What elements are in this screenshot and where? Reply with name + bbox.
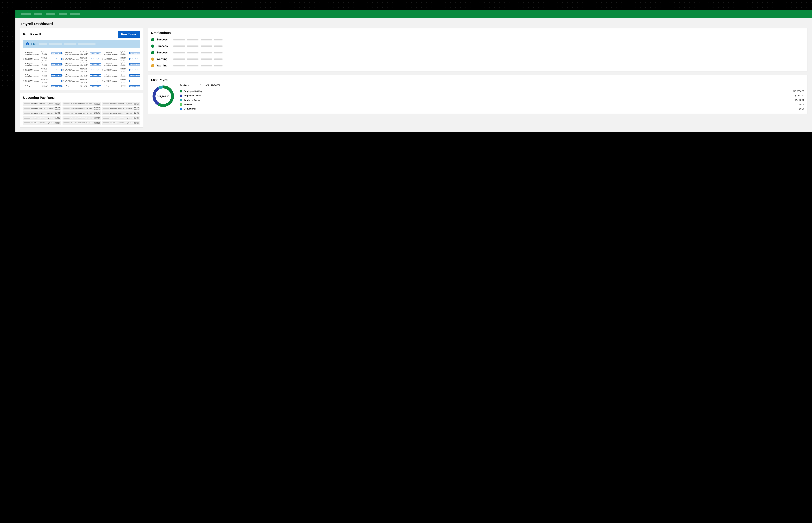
upcoming-row[interactable]: Check Date: 01/18/2022Pay Period:01/06/2… (62, 102, 101, 106)
checkbox[interactable] (23, 58, 24, 60)
pay-period-dates: 01/06/202201/12/2022 (134, 117, 139, 119)
continue-pay-run-button[interactable]: Continue Pay Run (129, 80, 140, 82)
stub (103, 108, 109, 109)
checkbox[interactable] (62, 69, 64, 71)
upcoming-row[interactable]: Check Date: 01/18/2022Pay Period:01/06/2… (23, 107, 61, 110)
last-payroll-legend: Pay Date: 12/11/2021 - 12/24/2021 Employ… (180, 84, 805, 111)
nav-item[interactable] (45, 13, 55, 15)
in-progress-row: In Progress:Check Date: 12/21/2021Pay Pe… (23, 51, 61, 56)
continue-pay-run-button[interactable]: Continue Pay Run (51, 52, 61, 54)
checkbox[interactable] (62, 80, 64, 82)
continue-pay-run-button[interactable]: Continue Pay Run (51, 58, 61, 60)
continue-pay-run-button[interactable]: Continue Pay Run (51, 74, 61, 76)
continue-pay-run-button[interactable]: Continue Pay Run (51, 64, 61, 66)
in-progress-row: In Progress:Check Date: 12/21/2021Pay Pe… (102, 68, 140, 72)
checkbox[interactable] (102, 75, 103, 76)
in-progress-row: In Progress:Check Date: 12/21/2021Pay Pe… (62, 56, 101, 61)
nav-item[interactable] (70, 13, 80, 15)
stub (201, 46, 212, 47)
checkbox[interactable] (23, 53, 24, 54)
pay-period-text: Pay Period: 12/01/2021 - 12/11/2021 (120, 84, 128, 87)
upcoming-row[interactable]: Check Date: 01/18/2022Pay Period:01/06/2… (102, 111, 140, 115)
pay-period-text: Pay Period: 12/01/2021 - 12/11/2021 (41, 79, 50, 83)
stub (173, 52, 185, 53)
continue-pay-run-button[interactable]: Continue Pay Run (129, 74, 140, 76)
notifications-list: Success:Success:Success:Warning:Warning: (151, 36, 805, 69)
checkbox[interactable] (62, 75, 64, 76)
checkbox[interactable] (102, 64, 103, 65)
continue-pay-run-button[interactable]: Continue Pay Run (51, 80, 61, 82)
notification-row[interactable]: Warning: (151, 62, 805, 69)
checkbox[interactable] (62, 86, 64, 87)
pay-period-text: Pay Period: 12/01/2021 - 12/11/2021 (80, 73, 89, 78)
checkbox[interactable] (23, 64, 24, 65)
nav-item[interactable] (21, 13, 31, 15)
notification-row[interactable]: Success: (151, 49, 805, 56)
checkbox[interactable] (23, 86, 24, 87)
upcoming-row[interactable]: Check Date: 01/18/2022Pay Period:01/06/2… (62, 107, 101, 110)
upcoming-row[interactable]: Check Date: 01/18/2022Pay Period:01/06/2… (62, 111, 101, 115)
upcoming-row[interactable]: Check Date: 01/18/2022Pay Period:01/06/2… (62, 116, 101, 120)
continue-pay-run-button[interactable]: Continue Pay Run (90, 80, 101, 82)
success-icon (151, 44, 154, 48)
stub (63, 122, 70, 123)
stub (214, 46, 222, 47)
checkbox[interactable] (62, 58, 64, 60)
checkbox[interactable] (102, 80, 103, 82)
nav-item[interactable] (59, 13, 67, 15)
continue-pay-run-button[interactable]: Continue Pay Run (90, 74, 101, 76)
upcoming-row[interactable]: Check Date: 01/18/2022Pay Period:01/06/2… (23, 121, 61, 125)
checkbox[interactable] (62, 53, 64, 54)
checkbox[interactable] (23, 75, 24, 76)
nav-item[interactable] (34, 13, 42, 15)
success-icon (151, 38, 154, 41)
continue-pay-run-button[interactable]: Continue Pay Run (90, 58, 101, 60)
upcoming-row[interactable]: Check Date: 01/18/2022Pay Period:01/06/2… (102, 116, 140, 120)
stub (214, 58, 222, 60)
stub (201, 39, 212, 40)
upcoming-row[interactable]: Check Date: 01/18/2022Pay Period:01/06/2… (62, 121, 101, 125)
pay-period-label: Pay Period: (86, 122, 93, 124)
upcoming-row[interactable]: Check Date: 01/18/2022Pay Period:01/06/2… (102, 121, 140, 125)
continue-pay-run-button[interactable]: Continue Pay Run (51, 69, 61, 71)
check-date: Check Date: 01/18/2022 (71, 103, 85, 105)
continue-pay-run-button[interactable]: Continue Pay Run (129, 52, 140, 54)
checkbox[interactable] (23, 69, 24, 71)
run-payroll-header: Run Payroll Run Payroll (23, 31, 140, 38)
upcoming-row[interactable]: Check Date: 01/18/2022Pay Period:01/06/2… (23, 102, 61, 106)
pay-date-value: 12/11/2021 - 12/24/2021 (199, 84, 222, 87)
notification-label: Warning: (156, 57, 171, 61)
run-payroll-button[interactable]: Run Payroll (118, 31, 140, 38)
upcoming-row[interactable]: Check Date: 01/18/2022Pay Period:01/06/2… (23, 116, 61, 120)
upcoming-row[interactable]: Check Date: 01/18/2022Pay Period:01/06/2… (102, 107, 140, 110)
notification-row[interactable]: Success: (151, 36, 805, 43)
checkbox[interactable] (23, 80, 24, 82)
upcoming-row[interactable]: Check Date: 01/18/2022Pay Period:01/06/2… (102, 102, 140, 106)
continue-pay-run-button[interactable]: Continue Pay Run (90, 52, 101, 54)
continue-pay-run-button[interactable]: Continue Pay Run (129, 86, 140, 87)
last-payroll-card: Last Payroll $22,906.15 Pay Date: 12/11/… (148, 75, 808, 114)
checkbox[interactable] (102, 69, 103, 71)
notification-row[interactable]: Success: (151, 43, 805, 49)
continue-pay-run-button[interactable]: Continue Pay Run (129, 69, 140, 71)
checkbox[interactable] (102, 86, 103, 87)
status-text: In Progress:Check Date: 12/21/2021 (25, 85, 40, 88)
checkbox[interactable] (102, 58, 103, 60)
stub (173, 39, 185, 40)
donut-chart: $22,906.15 (151, 84, 176, 108)
notification-row[interactable]: Warning: (151, 56, 805, 62)
continue-pay-run-button[interactable]: Continue Pay Run (90, 86, 101, 87)
checkbox[interactable] (102, 53, 103, 54)
stub (201, 58, 212, 60)
continue-pay-run-button[interactable]: Continue Pay Run (129, 58, 140, 60)
upcoming-row[interactable]: Check Date: 01/18/2022Pay Period:01/06/2… (23, 111, 61, 115)
info-text-stub (78, 43, 95, 45)
checkbox[interactable] (62, 64, 64, 65)
continue-pay-run-button[interactable]: Continue Pay Run (90, 69, 101, 71)
in-progress-list[interactable]: In Progress:Check Date: 12/21/2021Pay Pe… (23, 50, 140, 87)
content: Run Payroll Run Payroll i Info: In Progr… (15, 28, 812, 132)
continue-pay-run-button[interactable]: Continue Pay Run (90, 64, 101, 66)
continue-pay-run-button[interactable]: Continue Pay Run (51, 86, 61, 87)
in-progress-row: In Progress:Check Date: 12/21/2021Pay Pe… (102, 84, 140, 87)
continue-pay-run-button[interactable]: Continue Pay Run (129, 64, 140, 66)
